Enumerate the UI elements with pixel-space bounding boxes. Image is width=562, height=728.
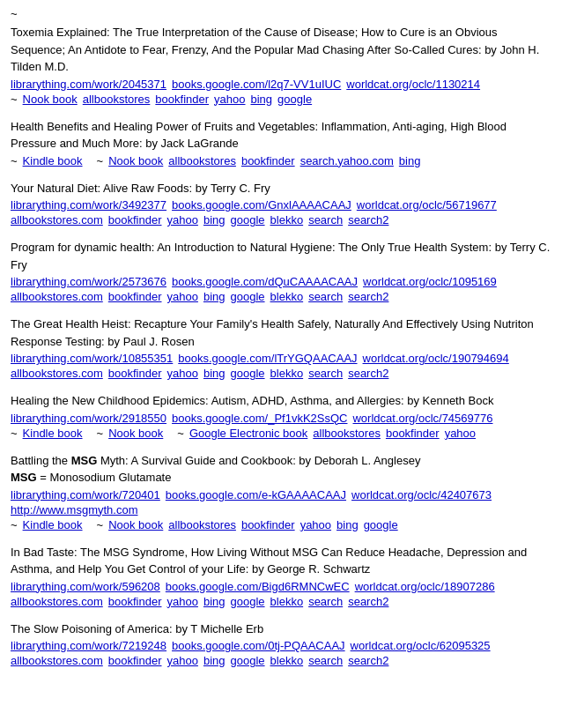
msg-librarything[interactable]: librarything.com/work/720401: [11, 488, 160, 501]
natural-bookfinder[interactable]: bookfinder: [108, 213, 162, 227]
great-blekko[interactable]: blekko: [270, 367, 304, 380]
program-yahoo[interactable]: yahoo: [167, 290, 198, 303]
natural-search2[interactable]: search2: [348, 213, 388, 227]
msg-bing[interactable]: bing: [336, 518, 359, 531]
toxemia-worldcat[interactable]: worldcat.org/oclc/1130214: [346, 78, 480, 91]
great-allbookstores[interactable]: allbookstores.com: [11, 367, 103, 380]
slow-links-row2: allbookstores.com bookfinder yahoo bing …: [11, 654, 551, 667]
toxemia-allbookstores[interactable]: allbookstores: [83, 93, 151, 106]
toxemia-google[interactable]: google: [277, 93, 312, 106]
program-bing[interactable]: bing: [203, 290, 226, 303]
msg-nook[interactable]: Nook book: [108, 518, 163, 531]
health-bookfinder[interactable]: bookfinder: [241, 154, 295, 167]
great-yahoo[interactable]: yahoo: [167, 367, 198, 380]
msg-kindle[interactable]: Kindle book: [23, 518, 83, 531]
natural-yahoo[interactable]: yahoo: [167, 213, 198, 227]
program-google2[interactable]: google: [231, 290, 265, 303]
healing-yahoo[interactable]: yahoo: [445, 427, 476, 440]
natural-bing[interactable]: bing: [203, 213, 226, 227]
slow-google[interactable]: books.google.com/0tj-PQAACAAJ: [172, 639, 345, 652]
toxemia-yahoo[interactable]: yahoo: [214, 93, 245, 106]
health-nook[interactable]: Nook book: [108, 154, 163, 167]
healing-worldcat[interactable]: worldcat.org/oclc/74569776: [352, 412, 492, 425]
tilde-google-ebook: ~: [177, 427, 184, 440]
health-allbookstores[interactable]: allbookstores: [168, 154, 236, 167]
toxemia-books-google[interactable]: books.google.com/l2q7-VV1uIUC: [172, 78, 341, 91]
bad-taste-blekko[interactable]: blekko: [270, 595, 304, 608]
msg-links-row2: http://www.msgmyth.com: [11, 503, 551, 516]
great-search[interactable]: search: [308, 367, 343, 380]
natural-google2[interactable]: google: [231, 213, 265, 227]
healing-google-ebook[interactable]: Google Electronic book: [189, 427, 307, 440]
program-allbookstores[interactable]: allbookstores.com: [11, 290, 103, 303]
program-search2[interactable]: search2: [348, 290, 388, 303]
msg-yahoo[interactable]: yahoo: [300, 518, 331, 531]
natural-blekko[interactable]: blekko: [270, 213, 304, 227]
healing-librarything[interactable]: librarything.com/work/2918550: [11, 412, 166, 425]
program-search[interactable]: search: [308, 290, 343, 303]
great-google2[interactable]: google: [231, 367, 265, 380]
slow-allbookstores[interactable]: allbookstores.com: [11, 654, 103, 667]
great-search2[interactable]: search2: [348, 367, 388, 380]
great-worldcat[interactable]: worldcat.org/oclc/190794694: [363, 352, 509, 365]
slow-bookfinder[interactable]: bookfinder: [108, 654, 162, 667]
bad-taste-google2[interactable]: google: [231, 595, 265, 608]
slow-librarything[interactable]: librarything.com/work/7219248: [11, 639, 166, 652]
health-searchyahoo[interactable]: search.yahoo.com: [300, 154, 394, 167]
health-kindle[interactable]: Kindle book: [23, 154, 83, 167]
section-toxemia: Toxemia Explained: The True Interpretati…: [11, 24, 551, 106]
natural-worldcat[interactable]: worldcat.org/oclc/56719677: [357, 198, 497, 212]
natural-links-row2: allbookstores.com bookfinder yahoo bing …: [11, 213, 551, 227]
msg-website[interactable]: http://www.msgmyth.com: [11, 503, 137, 516]
bad-taste-bookfinder[interactable]: bookfinder: [108, 595, 162, 608]
natural-google[interactable]: books.google.com/GnxlAAAACAAJ: [172, 198, 351, 212]
healing-allbookstores[interactable]: allbookstores: [313, 427, 381, 440]
slow-bing[interactable]: bing: [203, 654, 226, 667]
msg-author: : by Deborah L. Anglesey: [292, 454, 420, 467]
great-librarything[interactable]: librarything.com/work/10855351: [11, 352, 173, 365]
healing-kindle[interactable]: Kindle book: [23, 427, 83, 440]
slow-search2[interactable]: search2: [348, 654, 388, 667]
toxemia-librarything[interactable]: librarything.com/work/2045371: [11, 78, 166, 91]
slow-search[interactable]: search: [308, 654, 343, 667]
bad-taste-allbookstores[interactable]: allbookstores.com: [11, 595, 103, 608]
bad-taste-google[interactable]: books.google.com/Bigd6RMNCwEC: [166, 580, 350, 593]
msg-google[interactable]: books.google.com/e-kGAAAACAAJ: [166, 488, 346, 501]
great-google[interactable]: books.google.com/lTrYGQAACAAJ: [178, 352, 357, 365]
slow-worldcat[interactable]: worldcat.org/oclc/62095325: [351, 639, 491, 652]
program-librarything[interactable]: librarything.com/work/2573676: [11, 275, 166, 288]
msg-allbookstores[interactable]: allbookstores: [168, 518, 236, 531]
program-bookfinder[interactable]: bookfinder: [108, 290, 162, 303]
toxemia-bookfinder[interactable]: bookfinder: [155, 93, 209, 106]
program-title: Program for dynamic health: An Introduct…: [11, 239, 551, 273]
slow-google2[interactable]: google: [231, 654, 265, 667]
toxemia-nook[interactable]: Nook book: [23, 93, 78, 106]
bad-taste-bing[interactable]: bing: [203, 595, 226, 608]
great-bookfinder[interactable]: bookfinder: [108, 367, 162, 380]
healing-google[interactable]: books.google.com/_Pf1vkK2SsQC: [172, 412, 347, 425]
bad-taste-librarything[interactable]: librarything.com/work/596208: [11, 580, 160, 593]
msg-title: Battling the MSG Myth: A Survival Guide …: [11, 452, 551, 470]
bad-taste-yahoo[interactable]: yahoo: [167, 595, 198, 608]
natural-librarything[interactable]: librarything.com/work/3492377: [11, 198, 166, 212]
bad-taste-worldcat[interactable]: worldcat.org/oclc/18907286: [355, 580, 495, 593]
slow-author: : by T Michelle Erb: [169, 622, 263, 635]
healing-bookfinder[interactable]: bookfinder: [386, 427, 440, 440]
program-worldcat[interactable]: worldcat.org/oclc/1095169: [363, 275, 497, 288]
program-google[interactable]: books.google.com/dQuCAAAACAAJ: [172, 275, 358, 288]
bad-taste-search2[interactable]: search2: [348, 595, 388, 608]
bad-taste-search[interactable]: search: [308, 595, 343, 608]
program-blekko[interactable]: blekko: [270, 290, 304, 303]
healing-nook[interactable]: Nook book: [108, 427, 163, 440]
great-bing[interactable]: bing: [203, 367, 226, 380]
msg-worldcat[interactable]: worldcat.org/oclc/42407673: [351, 488, 492, 501]
health-bing[interactable]: bing: [399, 154, 421, 167]
msg-google2[interactable]: google: [364, 518, 398, 531]
slow-title: The Slow Poisoning of America: by T Mich…: [11, 620, 551, 638]
natural-search[interactable]: search: [308, 213, 343, 227]
natural-allbookstores[interactable]: allbookstores.com: [11, 213, 103, 227]
slow-blekko[interactable]: blekko: [270, 654, 304, 667]
msg-bookfinder[interactable]: bookfinder: [241, 518, 295, 531]
slow-yahoo[interactable]: yahoo: [167, 654, 198, 667]
toxemia-bing[interactable]: bing: [251, 93, 273, 106]
